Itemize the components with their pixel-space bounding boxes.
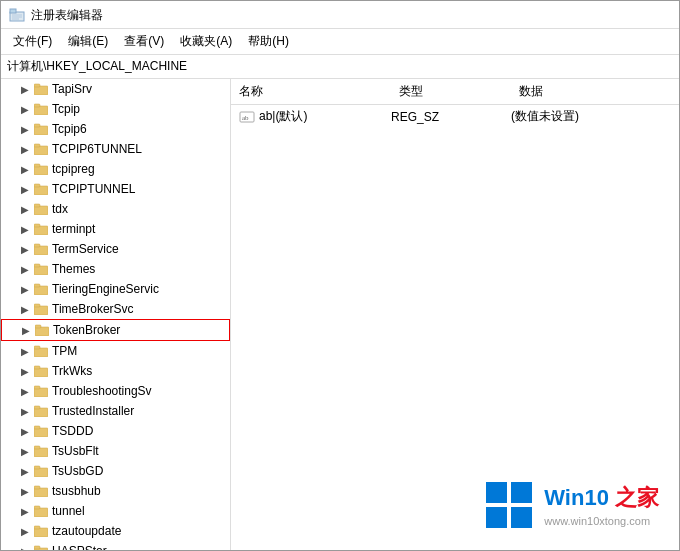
reg-value-icon: ab (239, 109, 255, 125)
expand-icon[interactable]: ▶ (17, 261, 33, 277)
tree-item[interactable]: ▶ UASPStor (1, 541, 230, 550)
tree-item[interactable]: ▶ tunnel (1, 501, 230, 521)
folder-icon (33, 181, 49, 197)
expand-icon[interactable]: ▶ (17, 483, 33, 499)
tree-item[interactable]: ▶ TapiSrv (1, 79, 230, 99)
tree-item-label: Tcpip (52, 102, 80, 116)
folder-icon (33, 343, 49, 359)
main-content: ▶ TapiSrv▶ Tcpip▶ Tcpip6▶ TCPIP6TUNNEL▶ … (1, 79, 679, 550)
svg-rect-34 (34, 366, 40, 369)
tree-item-label: Tcpip6 (52, 122, 87, 136)
tree-item-label: tdx (52, 202, 68, 216)
expand-icon[interactable]: ▶ (17, 81, 33, 97)
svg-rect-5 (34, 86, 48, 95)
expand-icon[interactable]: ▶ (17, 443, 33, 459)
svg-rect-31 (34, 348, 48, 357)
tree-item[interactable]: ▶ Tcpip6 (1, 119, 230, 139)
expand-icon[interactable]: ▶ (17, 463, 33, 479)
tree-item[interactable]: ▶ terminpt (1, 219, 230, 239)
menu-bar: 文件(F) 编辑(E) 查看(V) 收藏夹(A) 帮助(H) (1, 29, 679, 55)
tree-item[interactable]: ▶ TCPIPTUNNEL (1, 179, 230, 199)
svg-rect-48 (34, 506, 40, 509)
expand-icon[interactable]: ▶ (17, 301, 33, 317)
svg-rect-15 (34, 186, 48, 195)
expand-icon[interactable]: ▶ (17, 503, 33, 519)
tree-item[interactable]: ▶ tsusbhub (1, 481, 230, 501)
tree-item[interactable]: ▶ TrkWks (1, 361, 230, 381)
tree-item[interactable]: ▶ TPM (1, 341, 230, 361)
menu-file[interactable]: 文件(F) (5, 31, 60, 52)
expand-icon[interactable]: ▶ (17, 343, 33, 359)
tree-item[interactable]: ▶ tcpipreg (1, 159, 230, 179)
svg-rect-6 (34, 84, 40, 87)
tree-item[interactable]: ▶ TsUsbFlt (1, 441, 230, 461)
tree-item-label: TSDDD (52, 424, 93, 438)
expand-icon[interactable]: ▶ (17, 141, 33, 157)
svg-rect-18 (34, 204, 40, 207)
folder-icon (33, 141, 49, 157)
expand-icon[interactable]: ▶ (17, 121, 33, 137)
tree-item[interactable]: ▶ TieringEngineServic (1, 279, 230, 299)
folder-icon (33, 543, 49, 550)
tree-item[interactable]: ▶ tdx (1, 199, 230, 219)
registry-content: ab ab|(默认)REG_SZ(数值未设置) (231, 105, 679, 550)
expand-icon[interactable]: ▶ (17, 423, 33, 439)
folder-icon (33, 101, 49, 117)
tree-item[interactable]: ▶ TokenBroker (1, 319, 230, 341)
tree-item[interactable]: ▶ TimeBrokerSvc (1, 299, 230, 319)
svg-rect-45 (34, 488, 48, 497)
svg-rect-46 (34, 486, 40, 489)
tree-item[interactable]: ▶ TSDDD (1, 421, 230, 441)
reg-row-name: ab ab|(默认) (231, 108, 391, 125)
tree-item[interactable]: ▶ TsUsbGD (1, 461, 230, 481)
expand-icon[interactable]: ▶ (17, 363, 33, 379)
tree-item[interactable]: ▶ TrustedInstaller (1, 401, 230, 421)
menu-edit[interactable]: 编辑(E) (60, 31, 116, 52)
reg-row-data: (数值未设置) (511, 108, 679, 125)
tree-item[interactable]: ▶ TroubleshootingSv (1, 381, 230, 401)
expand-icon[interactable]: ▶ (18, 322, 34, 338)
menu-help[interactable]: 帮助(H) (240, 31, 297, 52)
tree-item-label: tsusbhub (52, 484, 101, 498)
tree-pane[interactable]: ▶ TapiSrv▶ Tcpip▶ Tcpip6▶ TCPIP6TUNNEL▶ … (1, 79, 231, 550)
address-bar: 计算机\HKEY_LOCAL_MACHINE (1, 55, 679, 79)
col-header-type: 类型 (391, 83, 511, 100)
title-bar: 注册表编辑器 (1, 1, 679, 29)
svg-rect-44 (34, 466, 40, 469)
tree-item-label: tunnel (52, 504, 85, 518)
folder-icon (33, 121, 49, 137)
tree-item[interactable]: ▶ TCPIP6TUNNEL (1, 139, 230, 159)
tree-item[interactable]: ▶ Themes (1, 259, 230, 279)
expand-icon[interactable]: ▶ (17, 383, 33, 399)
expand-icon[interactable]: ▶ (17, 201, 33, 217)
expand-icon[interactable]: ▶ (17, 281, 33, 297)
svg-rect-30 (35, 325, 41, 328)
tree-item-label: UASPStor (52, 544, 107, 550)
svg-rect-39 (34, 428, 48, 437)
expand-icon[interactable]: ▶ (17, 543, 33, 550)
svg-rect-9 (34, 126, 48, 135)
tree-item-label: TsUsbFlt (52, 444, 99, 458)
tree-item-label: TroubleshootingSv (52, 384, 152, 398)
registry-row[interactable]: ab ab|(默认)REG_SZ(数值未设置) (231, 105, 679, 128)
menu-favorites[interactable]: 收藏夹(A) (172, 31, 240, 52)
tree-item[interactable]: ▶ TermService (1, 239, 230, 259)
tree-item[interactable]: ▶ Tcpip (1, 99, 230, 119)
expand-icon[interactable]: ▶ (17, 523, 33, 539)
expand-icon[interactable]: ▶ (17, 221, 33, 237)
tree-item[interactable]: ▶ tzautoupdate (1, 521, 230, 541)
menu-view[interactable]: 查看(V) (116, 31, 172, 52)
tree-item-label: tcpipreg (52, 162, 95, 176)
expand-icon[interactable]: ▶ (17, 403, 33, 419)
folder-icon (33, 423, 49, 439)
expand-icon[interactable]: ▶ (17, 101, 33, 117)
svg-rect-42 (34, 446, 40, 449)
svg-rect-21 (34, 246, 48, 255)
expand-icon[interactable]: ▶ (17, 181, 33, 197)
folder-icon (33, 503, 49, 519)
svg-rect-16 (34, 184, 40, 187)
expand-icon[interactable]: ▶ (17, 241, 33, 257)
expand-icon[interactable]: ▶ (17, 161, 33, 177)
tree-item-label: TapiSrv (52, 82, 92, 96)
folder-icon (34, 322, 50, 338)
